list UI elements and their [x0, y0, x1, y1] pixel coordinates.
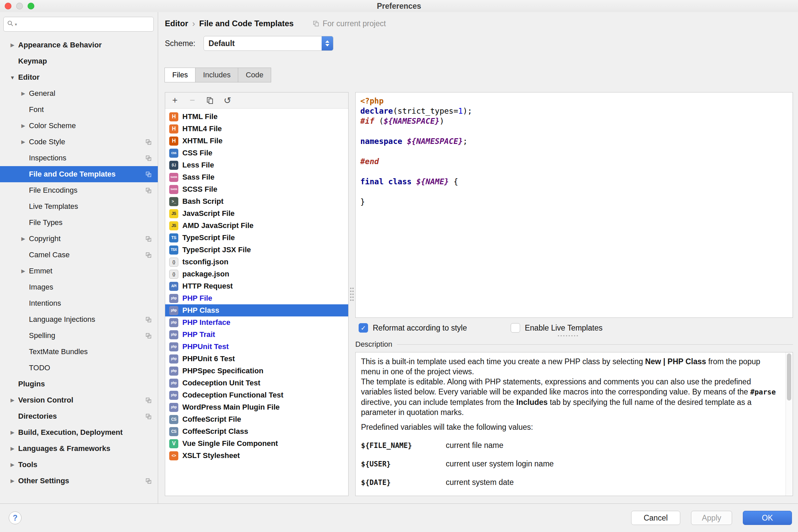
panel-splitter[interactable]	[349, 92, 355, 496]
sidebar-item-directories[interactable]: Directories	[0, 408, 158, 424]
template-item-css-file[interactable]: cssCSS File	[165, 147, 348, 159]
sidebar-item-appearance-behavior[interactable]: ▶Appearance & Behavior	[0, 37, 158, 53]
sidebar-item-inspections[interactable]: Inspections	[0, 150, 158, 166]
sidebar-item-code-style[interactable]: ▶Code Style	[0, 134, 158, 150]
template-item-coffeescript-class[interactable]: CSCoffeeScript Class	[165, 425, 348, 437]
checkbox-icon[interactable]	[511, 323, 520, 332]
scope-note: For current project	[313, 19, 386, 28]
template-editor[interactable]: <?phpdeclare(strict_types=1);#if (${NAME…	[355, 92, 793, 318]
horizontal-splitter-grip[interactable]	[557, 334, 579, 338]
sidebar-item-build-execution-deployment[interactable]: ▶Build, Execution, Deployment	[0, 424, 158, 440]
chevron-right-icon[interactable]: ▶	[18, 236, 29, 242]
reformat-checkbox[interactable]: Reformat according to style	[359, 323, 467, 332]
template-item-http-request[interactable]: APIHTTP Request	[165, 280, 348, 292]
help-button[interactable]: ?	[9, 512, 21, 524]
template-item-typescript-jsx-file[interactable]: TSXTypeScript JSX File	[165, 244, 348, 256]
chevron-right-icon[interactable]: ▶	[18, 268, 29, 274]
chevron-right-icon[interactable]: ▶	[7, 462, 18, 468]
sidebar-item-file-and-code-templates[interactable]: File and Code Templates	[0, 166, 158, 182]
cancel-button[interactable]: Cancel	[631, 511, 680, 525]
sidebar-item-color-scheme[interactable]: ▶Color Scheme	[0, 118, 158, 134]
sidebar-item-label: Code Style	[29, 137, 65, 146]
chevron-down-icon[interactable]: ▼	[7, 75, 18, 80]
template-item-phpunit-test[interactable]: phpPHPUnit Test	[165, 341, 348, 353]
apply-button[interactable]: Apply	[691, 511, 732, 525]
template-item-xhtml-file[interactable]: HXHTML File	[165, 135, 348, 147]
template-item-codeception-functional-test[interactable]: phpCodeception Functional Test	[165, 389, 348, 401]
template-item-bash-script[interactable]: >_Bash Script	[165, 195, 348, 208]
template-item-php-interface[interactable]: phpPHP Interface	[165, 317, 348, 328]
template-item-php-class[interactable]: phpPHP Class	[165, 304, 348, 317]
sidebar-item-todo[interactable]: TODO	[0, 360, 158, 376]
template-item-wordpress-main-plugin-file[interactable]: phpWordPress Main Plugin File	[165, 401, 348, 413]
sidebar-item-language-injections[interactable]: Language Injections	[0, 311, 158, 327]
chevron-right-icon[interactable]: ▶	[7, 445, 18, 452]
tab-code[interactable]: Code	[238, 68, 271, 82]
sidebar-item-label: Appearance & Behavior	[18, 41, 101, 50]
copy-button[interactable]	[205, 95, 215, 106]
search-options-arrow-icon[interactable]: ▾	[15, 22, 17, 27]
search-input[interactable]	[18, 19, 150, 29]
sidebar-item-copyright[interactable]: ▶Copyright	[0, 231, 158, 247]
template-item-html4-file[interactable]: HHTML4 File	[165, 123, 348, 135]
template-item-html-file[interactable]: HHTML File	[165, 111, 348, 123]
sidebar-item-file-encodings[interactable]: File Encodings	[0, 182, 158, 198]
reset-to-default-button[interactable]: ↺	[222, 95, 233, 106]
chevron-right-icon[interactable]: ▶	[18, 91, 29, 96]
sidebar-item-label: Color Scheme	[29, 121, 76, 130]
chevron-right-icon[interactable]: ▶	[7, 478, 18, 484]
template-item-sass-file[interactable]: SASSSass File	[165, 171, 348, 183]
sidebar-item-general[interactable]: ▶General	[0, 86, 158, 101]
template-item-php-file[interactable]: phpPHP File	[165, 292, 348, 304]
sidebar-item-tools[interactable]: ▶Tools	[0, 457, 158, 473]
variable-value: current system date	[446, 477, 514, 487]
template-item-codeception-unit-test[interactable]: phpCodeception Unit Test	[165, 377, 348, 389]
sidebar-item-plugins[interactable]: Plugins	[0, 376, 158, 392]
enable-live-templates-checkbox[interactable]: Enable Live Templates	[511, 323, 602, 332]
template-item-scss-file[interactable]: SASSSCSS File	[165, 183, 348, 195]
scrollbar[interactable]	[785, 353, 793, 496]
checkbox-icon[interactable]	[359, 323, 368, 332]
scheme-select[interactable]: Default	[204, 36, 333, 51]
sidebar-item-version-control[interactable]: ▶Version Control	[0, 392, 158, 408]
sidebar-item-images[interactable]: Images	[0, 279, 158, 295]
add-button[interactable]: +	[170, 95, 180, 106]
template-item-php-trait[interactable]: phpPHP Trait	[165, 328, 348, 341]
sidebar-item-intentions[interactable]: Intentions	[0, 295, 158, 311]
search-box[interactable]: ▾	[3, 17, 154, 32]
remove-button[interactable]: −	[187, 95, 198, 106]
template-item-xslt-stylesheet[interactable]: <>XSLT Stylesheet	[165, 450, 348, 462]
breadcrumb-editor[interactable]: Editor	[165, 19, 188, 28]
sidebar-item-keymap[interactable]: Keymap	[0, 53, 158, 69]
sidebar-item-languages-frameworks[interactable]: ▶Languages & Frameworks	[0, 440, 158, 457]
sidebar-item-emmet[interactable]: ▶Emmet	[0, 263, 158, 279]
template-item-vue-single-file-component[interactable]: VVue Single File Component	[165, 437, 348, 450]
template-item-typescript-file[interactable]: TSTypeScript File	[165, 232, 348, 244]
ok-button[interactable]: OK	[743, 511, 792, 525]
sidebar-item-editor[interactable]: ▼Editor	[0, 69, 158, 86]
sidebar-item-live-templates[interactable]: Live Templates	[0, 198, 158, 214]
sidebar-item-spelling[interactable]: Spelling	[0, 327, 158, 344]
template-item-amd-javascript-file[interactable]: JSAMD JavaScript File	[165, 220, 348, 232]
chevron-right-icon[interactable]: ▶	[7, 42, 18, 48]
sidebar-item-font[interactable]: Font	[0, 101, 158, 118]
template-item-less-file[interactable]: {L}Less File	[165, 159, 348, 171]
tab-includes[interactable]: Includes	[195, 68, 238, 82]
template-item-tsconfig-json[interactable]: {}tsconfig.json	[165, 256, 348, 268]
template-item-phpunit-6-test[interactable]: phpPHPUnit 6 Test	[165, 353, 348, 365]
scrollbar-thumb[interactable]	[787, 354, 791, 400]
sidebar-item-file-types[interactable]: File Types	[0, 214, 158, 231]
chevron-right-icon[interactable]: ▶	[7, 397, 18, 403]
template-item-javascript-file[interactable]: JSJavaScript File	[165, 208, 348, 220]
template-item-phpspec-specification[interactable]: phpPHPSpec Specification	[165, 365, 348, 377]
template-item-package-json[interactable]: {}package.json	[165, 268, 348, 280]
chevron-right-icon[interactable]: ▶	[7, 430, 18, 436]
template-item-coffeescript-file[interactable]: CSCoffeeScript File	[165, 413, 348, 425]
sidebar-item-textmate-bundles[interactable]: TextMate Bundles	[0, 344, 158, 360]
tab-strip: FilesIncludesCode	[165, 68, 271, 82]
chevron-right-icon[interactable]: ▶	[18, 139, 29, 145]
tab-files[interactable]: Files	[165, 68, 196, 82]
chevron-right-icon[interactable]: ▶	[18, 123, 29, 129]
sidebar-item-camel-case[interactable]: Camel Case	[0, 247, 158, 263]
sidebar-item-other-settings[interactable]: ▶Other Settings	[0, 473, 158, 489]
